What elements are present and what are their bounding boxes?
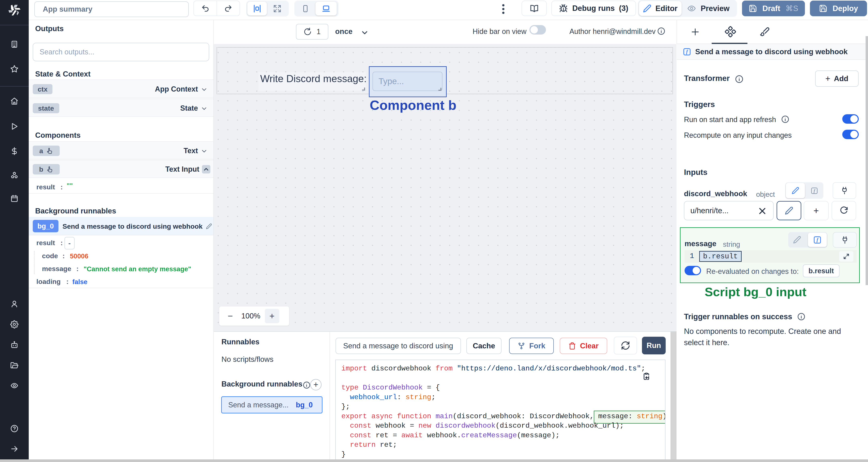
svg-text:f: f bbox=[816, 237, 819, 242]
svg-text:f: f bbox=[686, 49, 688, 55]
svg-text:f: f bbox=[813, 188, 815, 193]
